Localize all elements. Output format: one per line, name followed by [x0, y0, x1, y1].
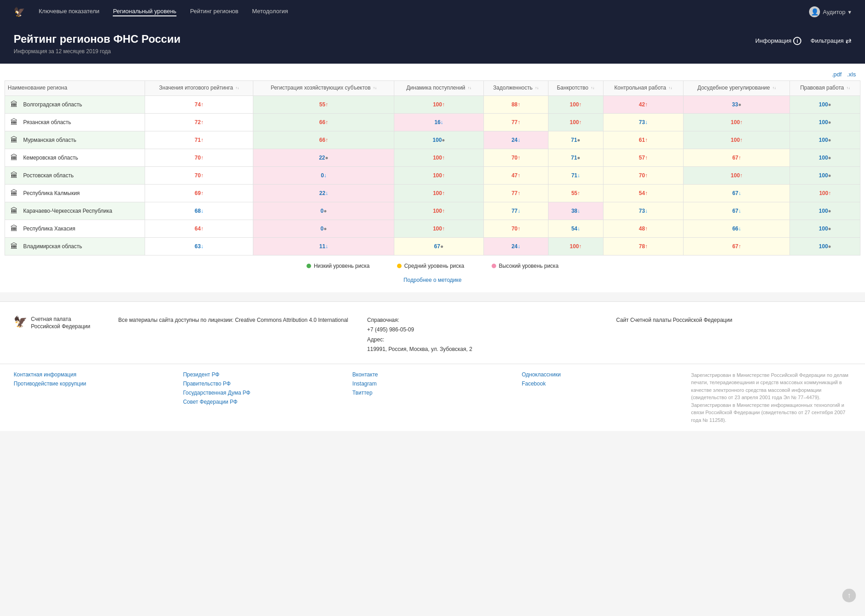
- export-xls[interactable]: .xls: [847, 71, 856, 78]
- footer-government-link[interactable]: Правительство РФ: [183, 381, 343, 387]
- trend-up-icon: ↑: [442, 101, 445, 108]
- footer-twitter-link[interactable]: Твиттер: [352, 390, 513, 396]
- value-cell: 71↑: [145, 131, 253, 149]
- footer-contact: Справочная: +7 (495) 986-05-09 Адрес: 11…: [367, 316, 602, 355]
- trend-down-icon: ↓: [518, 137, 520, 143]
- table-row: 🏛Владимирская область63↓11↓67●24↓100↑78↑…: [5, 237, 860, 255]
- sort-arrows-7[interactable]: ↑↓: [772, 86, 776, 90]
- nav-key-indicators[interactable]: Ключевые показатели: [39, 8, 99, 16]
- sort-arrows-6[interactable]: ↑↓: [669, 86, 672, 90]
- trend-neutral-icon: ●: [828, 101, 831, 108]
- footer-anticorruption-link[interactable]: Противодействие коррупции: [14, 381, 174, 387]
- value-cell: 70↑: [145, 149, 253, 166]
- legend-medium-label: Средний уровень риска: [404, 263, 464, 269]
- legend-dot-low: [307, 264, 311, 268]
- filter-button[interactable]: Фильтрация ⇄: [810, 36, 851, 45]
- region-icon: 🏛: [9, 223, 20, 234]
- trend-up-icon: ↑: [645, 243, 648, 250]
- trend-down-icon: ↓: [518, 243, 520, 250]
- cell-value: 67: [732, 243, 738, 250]
- cell-value: 57: [639, 155, 645, 161]
- trend-up-icon: ↑: [518, 101, 520, 108]
- page-header-right: Информация i Фильтрация ⇄: [755, 36, 851, 45]
- footer-federation-link[interactable]: Совет Федерации РФ: [183, 399, 343, 405]
- footer: 🦅 Счетная палатаРоссийской Федерации Все…: [0, 301, 865, 431]
- sort-arrows-3[interactable]: ↑↓: [468, 86, 471, 90]
- cell-value: 42: [639, 101, 645, 108]
- value-cell: 100●: [790, 220, 860, 237]
- cell-value: 100: [819, 119, 828, 125]
- footer-col4: Одноклассники Facebook: [522, 371, 682, 424]
- legend-high-label: Высокий уровень риска: [499, 263, 558, 269]
- trend-neutral-icon: ●: [828, 243, 831, 250]
- value-cell: 73↓: [603, 202, 684, 220]
- cell-value: 100: [433, 190, 442, 196]
- trend-neutral-icon: ●: [323, 208, 327, 214]
- nav-region-rating[interactable]: Рейтинг регионов: [190, 8, 238, 16]
- region-name-cell: 🏛Владимирская область: [5, 237, 145, 255]
- footer-contact-link[interactable]: Контактная информация: [14, 371, 174, 378]
- footer-facebook-link[interactable]: Facebook: [522, 381, 682, 387]
- value-cell: 70↑: [603, 166, 684, 184]
- footer-president-link[interactable]: Президент РФ: [183, 371, 343, 378]
- value-cell: 67↑: [684, 237, 790, 255]
- logo: 🦅: [14, 6, 25, 17]
- region-name-cell: 🏛Ростовская область: [5, 166, 145, 184]
- footer-instagram-link[interactable]: Instagram: [352, 381, 513, 387]
- cell-value: 67: [434, 243, 440, 250]
- value-cell: 69↑: [145, 184, 253, 202]
- trend-up-icon: ↑: [442, 172, 445, 179]
- user-menu[interactable]: 👤 Аудитор ▾: [809, 6, 851, 17]
- page-subtitle: Информация за 12 месяцев 2019 года: [14, 48, 181, 55]
- methodology-link[interactable]: Подробнее о методике: [403, 277, 462, 283]
- cell-value: 74: [195, 101, 201, 108]
- value-cell: 66↑: [253, 113, 394, 131]
- cell-value: 78: [639, 243, 645, 250]
- cell-value: 67: [732, 208, 738, 214]
- sort-arrows-4[interactable]: ↑↓: [535, 86, 538, 90]
- value-cell: 100↑: [394, 202, 483, 220]
- sort-arrows-1[interactable]: ↑↓: [236, 86, 239, 90]
- value-cell: 11↓: [253, 237, 394, 255]
- footer-phone: +7 (495) 986-05-09: [367, 326, 414, 333]
- nav-regional-level[interactable]: Региональный уровень: [113, 8, 176, 16]
- region-icon: 🏛: [9, 170, 20, 181]
- cell-value: 77: [512, 208, 518, 214]
- trend-neutral-icon: ●: [440, 243, 443, 250]
- footer-duma-link[interactable]: Государственная Дума РФ: [183, 390, 343, 396]
- trend-down-icon: ↓: [739, 190, 741, 196]
- legend-dot-high: [492, 264, 496, 268]
- region-name-cell: 🏛Рязанская область: [5, 113, 145, 131]
- sort-arrows-5[interactable]: ↑↓: [591, 86, 594, 90]
- trend-neutral-icon: ●: [577, 155, 580, 161]
- trend-down-icon: ↓: [645, 208, 648, 214]
- trend-up-icon: ↑: [201, 137, 203, 143]
- footer-address-title: Адрес:: [367, 336, 384, 343]
- cell-value: 55: [319, 101, 325, 108]
- cell-value: 70: [195, 172, 201, 179]
- trend-down-icon: ↓: [577, 208, 580, 214]
- cell-value: 73: [639, 208, 645, 214]
- value-cell: 66↑: [253, 131, 394, 149]
- value-cell: 70↑: [145, 166, 253, 184]
- legend-low-label: Низкий уровень риска: [314, 263, 370, 269]
- export-pdf[interactable]: .pdf: [832, 71, 842, 78]
- trend-up-icon: ↑: [739, 243, 741, 250]
- footer-vk-link[interactable]: Вконтакте: [352, 371, 513, 378]
- trend-down-icon: ↓: [577, 225, 580, 232]
- sort-arrows-8[interactable]: ↑↓: [846, 86, 850, 90]
- footer-ok-link[interactable]: Одноклассники: [522, 371, 682, 378]
- trend-down-icon: ↓: [645, 119, 648, 125]
- value-cell: 77↑: [483, 113, 548, 131]
- value-cell: 54↓: [548, 220, 603, 237]
- cell-value: 100: [819, 137, 828, 143]
- cell-value: 66: [732, 225, 738, 232]
- page-header-left: Рейтинг регионов ФНС России Информация з…: [14, 33, 181, 55]
- nav-methodology[interactable]: Методология: [252, 8, 288, 16]
- info-button[interactable]: Информация i: [755, 37, 802, 45]
- cell-value: 67: [732, 155, 738, 161]
- sort-arrows-2[interactable]: ↑↓: [373, 86, 377, 90]
- trend-up-icon: ↑: [645, 137, 648, 143]
- value-cell: 24↓: [483, 237, 548, 255]
- trend-up-icon: ↑: [645, 172, 648, 179]
